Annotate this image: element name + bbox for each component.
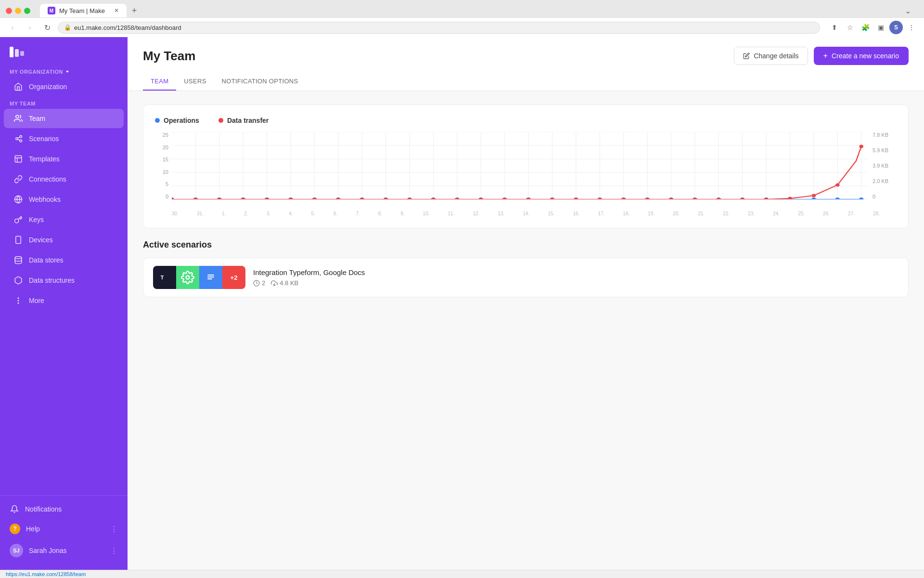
chart-area	[172, 132, 868, 199]
team-section-label: MY TEAM	[0, 97, 128, 108]
svg-text:T: T	[161, 275, 164, 280]
profile-button[interactable]: S	[889, 21, 903, 34]
more-icon	[13, 296, 23, 305]
gear-svg	[181, 271, 194, 284]
svg-point-17	[18, 303, 19, 304]
chevron-down-icon	[65, 69, 70, 74]
sidebar-item-help[interactable]: ? Help ⋮	[0, 519, 128, 539]
sidebar-item-notifications[interactable]: Notifications	[0, 499, 128, 519]
sidebar-item-organization[interactable]: Organization	[4, 77, 124, 96]
sidebar-logo	[0, 37, 128, 65]
scenario-card[interactable]: T	[143, 258, 909, 297]
minimize-dot[interactable]	[15, 8, 21, 14]
sidebar-item-webhooks[interactable]: Webhooks	[4, 190, 124, 209]
scenario-stats: 2 4.8 KB	[253, 279, 898, 287]
close-dot[interactable]	[6, 8, 12, 14]
browser-toolbar: ‹ › ↻ 🔒 eu1.make.com/12858/team/dashboar…	[0, 17, 924, 37]
sidebar-item-data-structures[interactable]: Data structures	[4, 271, 124, 290]
sidebar-item-label: Templates	[29, 155, 60, 163]
menu-button[interactable]: ⋮	[905, 21, 918, 34]
change-details-button[interactable]: Change details	[734, 47, 808, 65]
main-content: My Team Change details + Create a new sc…	[128, 37, 924, 570]
bookmark-button[interactable]: ☆	[843, 21, 857, 34]
svg-point-82	[859, 197, 864, 199]
main-header: My Team Change details + Create a new sc…	[128, 37, 924, 91]
svg-point-15	[18, 298, 19, 299]
link-icon	[13, 174, 23, 184]
header-actions: Change details + Create a new scenario	[734, 47, 909, 65]
svg-point-109	[788, 197, 792, 200]
operations-stat-icon	[253, 280, 260, 287]
template-icon	[13, 154, 23, 164]
transfer-stat-icon	[271, 280, 278, 287]
sidebar-bottom: Notifications ? Help ⋮ SJ Sarah Jonas ⋮	[0, 495, 128, 570]
browser-actions: ⬆ ☆ 🧩 ▣ S ⋮	[828, 21, 918, 34]
create-scenario-button[interactable]: + Create a new scenario	[814, 47, 909, 65]
sidebar-item-label: Team	[29, 115, 45, 122]
svg-point-14	[15, 257, 22, 259]
svg-marker-0	[66, 71, 69, 73]
svg-point-111	[835, 184, 839, 187]
svg-point-2	[16, 138, 18, 140]
chart-x-labels: 30. 31. 1. 2. 3. 4. 5. 6. 7. 8. 9. 10. 1…	[155, 211, 897, 216]
tab-bar: M My Team | Make ✕ +	[40, 4, 141, 17]
typeform-icon: T	[153, 266, 176, 289]
tab-users[interactable]: USERS	[176, 73, 214, 91]
back-button[interactable]: ‹	[6, 21, 19, 34]
datastructure-icon	[13, 276, 23, 285]
active-scenarios-title: Active scenarios	[143, 240, 909, 250]
user-left: SJ Sarah Jonas	[10, 544, 67, 557]
gdocs-icon	[199, 266, 222, 289]
svg-point-110	[812, 194, 816, 197]
tab-notification-options[interactable]: NOTIFICATION OPTIONS	[214, 73, 306, 91]
page-title: My Team	[143, 49, 195, 64]
svg-point-80	[811, 197, 816, 199]
new-tab-button[interactable]: +	[128, 4, 141, 17]
user-avatar: SJ	[10, 544, 23, 557]
svg-rect-7	[15, 156, 22, 162]
chart-container: 25 20 15 10 5 0	[155, 132, 897, 209]
sidebar-item-scenarios[interactable]: Scenarios	[4, 129, 124, 148]
scenario-plus-count: +2	[222, 266, 245, 289]
sidebar-item-team[interactable]: Team	[4, 109, 124, 128]
chart-legend: Operations Data transfer	[155, 117, 897, 124]
svg-point-3	[20, 135, 22, 138]
sidebar-item-devices[interactable]: Devices	[4, 230, 124, 250]
sidebar-item-user[interactable]: SJ Sarah Jonas ⋮	[0, 539, 128, 562]
extension-button[interactable]: 🧩	[859, 21, 872, 34]
key-icon	[13, 215, 23, 224]
share-button[interactable]: ⬆	[828, 21, 841, 34]
globe-icon	[13, 195, 23, 204]
chart-y-labels-left: 25 20 15 10 5 0	[155, 132, 168, 199]
make-gear-icon	[176, 266, 199, 289]
app: MY ORGANIZATION Organization MY TEAM Tea…	[0, 37, 924, 570]
sidebar-item-data-stores[interactable]: Data stores	[4, 250, 124, 270]
sidebar-toggle[interactable]: ▣	[874, 21, 887, 34]
datastore-icon	[13, 255, 23, 265]
status-url: https://eu1.make.com/12858/team	[6, 571, 86, 577]
org-section-label[interactable]: MY ORGANIZATION	[0, 65, 128, 77]
address-bar[interactable]: 🔒 eu1.make.com/12858/team/dashboard	[58, 22, 820, 34]
user-more-icon[interactable]: ⋮	[110, 546, 118, 555]
sidebar-item-keys[interactable]: Keys	[4, 210, 124, 229]
help-item-left: ? Help	[10, 524, 40, 534]
data-transfer-legend: Data transfer	[218, 117, 269, 124]
tab-close-button[interactable]: ✕	[114, 7, 119, 14]
sidebar-item-connections[interactable]: Connections	[4, 170, 124, 189]
help-more-icon[interactable]: ⋮	[110, 525, 118, 534]
svg-rect-113	[158, 271, 171, 284]
browser-chrome: M My Team | Make ✕ + ⌄ ‹ › ↻ 🔒 eu1.make.…	[0, 0, 924, 37]
window-chevron-button[interactable]: ⌄	[901, 4, 914, 17]
reload-button[interactable]: ↻	[40, 21, 54, 34]
forward-button[interactable]: ›	[23, 21, 37, 34]
scenario-icon	[13, 134, 23, 144]
maximize-dot[interactable]	[24, 8, 30, 14]
tab-team[interactable]: TEAM	[143, 73, 176, 91]
active-tab[interactable]: M My Team | Make ✕	[40, 4, 127, 17]
sidebar-item-label: Connections	[29, 175, 66, 183]
sidebar-item-templates[interactable]: Templates	[4, 149, 124, 169]
sidebar-item-more[interactable]: More	[4, 291, 124, 310]
svg-point-16	[18, 300, 19, 301]
logo-bar-2	[15, 49, 19, 57]
scenario-operations-stat: 2	[253, 279, 265, 287]
